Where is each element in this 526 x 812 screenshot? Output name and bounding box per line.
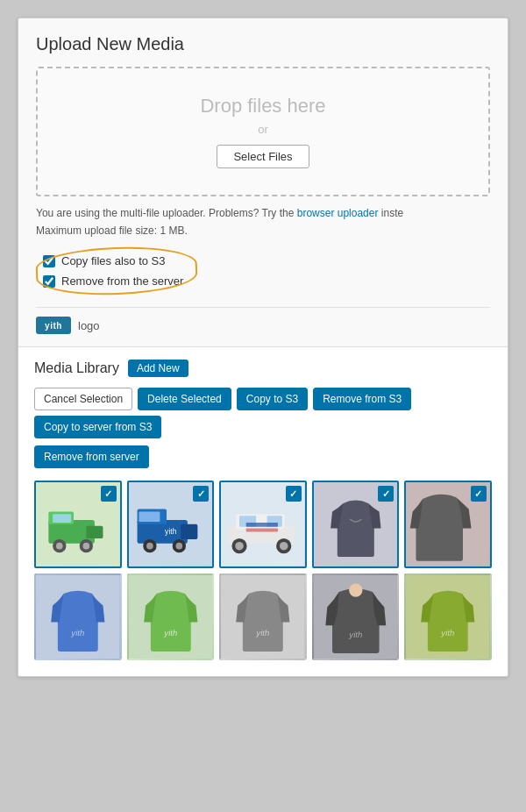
copy-to-s3-button[interactable]: Copy to S3 (237, 388, 308, 410)
media-item[interactable]: ✓ (312, 481, 400, 568)
cancel-selection-button[interactable]: Cancel Selection (34, 388, 132, 410)
svg-rect-33 (416, 515, 464, 561)
svg-rect-29 (246, 529, 278, 532)
selected-check: ✓ (101, 486, 117, 502)
svg-rect-17 (139, 511, 160, 521)
media-item[interactable]: yith ✓ (127, 481, 215, 568)
svg-text:yith: yith (256, 627, 270, 637)
drop-text: Drop files here (55, 95, 471, 118)
remove-from-s3-button[interactable]: Remove from S3 (313, 388, 411, 410)
remove-from-server-label: Remove from the server (61, 274, 183, 288)
remove-from-server-row: Remove from the server (43, 274, 183, 288)
oval-highlight: Copy files also to S3 Remove from the se… (36, 247, 197, 295)
svg-rect-12 (181, 524, 197, 539)
svg-rect-28 (246, 523, 278, 527)
main-card: Upload New Media Drop files here or Sele… (18, 18, 508, 677)
svg-text:yith: yith (70, 627, 84, 637)
svg-rect-8 (53, 514, 71, 523)
svg-rect-31 (338, 519, 374, 557)
svg-point-45 (349, 583, 362, 596)
selected-check: ✓ (378, 486, 394, 502)
media-item[interactable]: ✓ (34, 481, 122, 568)
svg-text:yith: yith (165, 527, 177, 536)
upload-title: Upload New Media (36, 34, 490, 54)
media-item[interactable]: yith (312, 573, 400, 661)
media-library-header: Media Library Add New (34, 360, 492, 377)
delete-selected-button[interactable]: Delete Selected (138, 388, 231, 410)
svg-text:yith: yith (163, 627, 177, 637)
logo-bar: yith logo (36, 307, 490, 334)
selected-check: ✓ (193, 486, 209, 502)
browser-uploader-link[interactable]: browser uploader (297, 207, 379, 219)
upload-section: Upload New Media Drop files here or Sele… (18, 18, 508, 347)
uploader-note: You are using the multi-file uploader. P… (36, 205, 490, 221)
svg-point-5 (56, 543, 63, 550)
media-item[interactable]: yith (34, 573, 122, 661)
media-item[interactable]: yith (404, 573, 492, 661)
logo-label: logo (78, 319, 100, 332)
copy-to-s3-checkbox[interactable] (43, 255, 55, 267)
select-files-button[interactable]: Select Files (217, 145, 309, 168)
selected-check: ✓ (286, 486, 302, 502)
svg-text:yith: yith (441, 627, 455, 637)
svg-rect-3 (86, 526, 103, 538)
svg-text:yith: yith (348, 629, 362, 638)
selected-check: ✓ (471, 486, 487, 502)
media-grid: ✓ yith ✓ (34, 481, 492, 660)
copy-to-s3-label: Copy files also to S3 (61, 254, 166, 267)
svg-point-16 (175, 543, 182, 550)
media-item[interactable]: ✓ (404, 481, 492, 568)
svg-point-7 (83, 543, 90, 550)
remove-from-server-checkbox[interactable] (43, 275, 55, 288)
svg-point-27 (280, 542, 288, 551)
add-new-button[interactable]: Add New (128, 360, 188, 377)
max-size-note: Maximum upload file size: 1 MB. (36, 224, 490, 237)
yith-logo-icon: yith (36, 317, 71, 334)
media-library-section: Media Library Add New Cancel Selection D… (18, 347, 508, 676)
action-row-1: Cancel Selection Delete Selected Copy to… (34, 388, 492, 438)
action-row-2: Remove from server (34, 445, 492, 468)
svg-point-14 (146, 543, 153, 550)
remove-from-server-button[interactable]: Remove from server (34, 445, 149, 468)
copy-to-server-button[interactable]: Copy to server from S3 (34, 416, 161, 438)
media-library-title: Media Library (34, 360, 119, 376)
svg-point-25 (235, 542, 244, 551)
drop-or-text: or (55, 123, 471, 136)
media-item[interactable]: ✓ (219, 481, 307, 568)
media-item[interactable]: yith (127, 573, 215, 661)
copy-to-s3-row: Copy files also to S3 (43, 254, 183, 267)
media-item[interactable]: yith (219, 573, 307, 661)
drop-zone[interactable]: Drop files here or Select Files (36, 67, 490, 196)
